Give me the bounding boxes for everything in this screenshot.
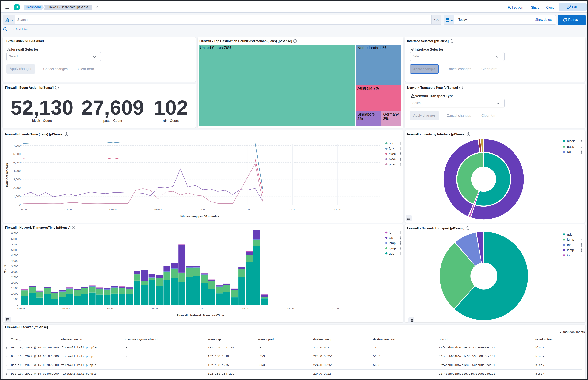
svg-text:12:00: 12:00 [199, 208, 206, 211]
svg-text:2,000: 2,000 [11, 281, 18, 284]
svg-text:block: block [389, 157, 396, 161]
svg-text:1,000: 1,000 [11, 292, 18, 295]
svg-text:icmp: icmp [389, 241, 396, 245]
svg-text:exec: exec [389, 152, 396, 156]
svg-text:6,000: 6,000 [11, 237, 18, 241]
svg-text:ip: ip [389, 231, 391, 234]
svg-text:12:00: 12:00 [197, 307, 204, 310]
svg-text:18:00: 18:00 [289, 208, 296, 211]
svg-text:icmp: icmp [567, 248, 574, 252]
svg-text:21:00: 21:00 [332, 307, 339, 310]
svg-text:igmp: igmp [389, 246, 396, 250]
svg-text:06:00: 06:00 [110, 208, 117, 211]
svg-text:09:00: 09:00 [154, 208, 162, 211]
svg-text:03:00: 03:00 [65, 208, 72, 211]
svg-text:4,500: 4,500 [11, 254, 18, 257]
svg-text:4,000: 4,000 [11, 259, 18, 262]
svg-text:Count of records: Count of records [5, 163, 9, 187]
svg-text:3,000: 3,000 [11, 270, 18, 273]
svg-text:tcp: tcp [389, 236, 393, 240]
svg-text:00:00: 00:00 [20, 208, 27, 211]
svg-text:Firewall - Network Transport/T: Firewall - Network Transport/Time [177, 314, 224, 317]
svg-text:2,000: 2,000 [13, 186, 20, 189]
svg-text:6,000: 6,000 [13, 152, 20, 155]
svg-text:@timestamp per 30 minutes: @timestamp per 30 minutes [180, 214, 219, 218]
svg-text:0: 0 [19, 203, 20, 206]
svg-text:2,500: 2,500 [11, 276, 18, 279]
svg-text:7,000: 7,000 [13, 144, 20, 147]
svg-text:0: 0 [17, 303, 18, 306]
svg-text:udp: udp [389, 252, 394, 255]
svg-text:15:00: 15:00 [242, 307, 249, 310]
svg-text:06:00: 06:00 [107, 307, 114, 310]
svg-text:end: end [389, 142, 394, 145]
svg-text:09:00: 09:00 [152, 307, 159, 310]
svg-text:4,000: 4,000 [13, 169, 20, 172]
svg-text:6,500: 6,500 [11, 232, 18, 235]
svg-text:21:00: 21:00 [334, 208, 341, 211]
svg-text:udp: udp [567, 233, 572, 236]
svg-text:18:00: 18:00 [287, 307, 294, 310]
svg-text:pass: pass [567, 145, 574, 149]
svg-text:1,500: 1,500 [11, 286, 18, 290]
svg-text:03:00: 03:00 [62, 307, 70, 310]
svg-text:3,500: 3,500 [11, 265, 18, 268]
svg-text:15:00: 15:00 [244, 208, 251, 211]
svg-text:3,000: 3,000 [13, 178, 20, 181]
svg-text:rdr: rdr [567, 150, 571, 154]
svg-text:igmp: igmp [567, 238, 574, 241]
svg-text:500: 500 [14, 298, 18, 301]
svg-text:block: block [567, 139, 575, 143]
svg-text:tcp: tcp [567, 243, 571, 247]
svg-text:00:00: 00:00 [18, 307, 25, 310]
svg-text:pass: pass [389, 163, 396, 166]
svg-text:Count: Count [3, 265, 7, 273]
svg-text:5,000: 5,000 [11, 248, 18, 251]
svg-text:5,500: 5,500 [11, 243, 18, 246]
svg-text:1,000: 1,000 [13, 195, 20, 198]
svg-text:ip: ip [567, 254, 570, 257]
svg-text:fork: fork [389, 147, 394, 150]
svg-text:5,000: 5,000 [13, 161, 20, 164]
